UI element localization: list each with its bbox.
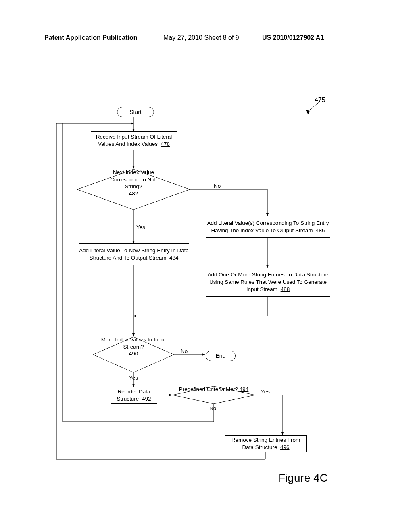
process-484: Add Literal Value To New String Entry In… <box>79 243 189 265</box>
decision-490-ref: 490 <box>129 351 138 357</box>
process-478-ref: 478 <box>161 141 170 147</box>
decision-494-ref: 494 <box>240 386 249 392</box>
edge-494-no: No <box>209 405 216 411</box>
process-496-text: Remove String Entries From Data Structur… <box>232 437 300 450</box>
process-478: Receive Input Stream Of Literal Values A… <box>91 131 177 150</box>
start-terminal: Start <box>117 107 154 117</box>
edge-490-yes: Yes <box>129 375 138 381</box>
decision-494: Predefined Criteria Met? 494 <box>173 386 255 393</box>
process-486-ref: 486 <box>316 227 325 233</box>
process-486-text: Add Literal Value(s) Corresponding To St… <box>207 220 329 233</box>
decision-490-text: More Index Values In Input Stream? <box>101 337 166 350</box>
process-496-ref: 496 <box>280 444 290 450</box>
header-publication: Patent Application Publication <box>44 34 138 42</box>
process-488-text: Add One Or More String Entries To Data S… <box>208 272 329 292</box>
flowchart-lines <box>0 0 413 532</box>
header-date-sheet: May 27, 2010 Sheet 8 of 9 <box>163 34 239 42</box>
edge-482-no: No <box>214 183 221 189</box>
figure-reference-number: 475 <box>315 96 325 104</box>
decision-490: More Index Values In Input Stream? 490 <box>97 336 170 357</box>
end-terminal: End <box>206 351 236 361</box>
edge-490-no: No <box>181 348 188 354</box>
process-492-ref: 492 <box>142 396 151 402</box>
process-492: Reorder Data Structure 492 <box>111 387 157 404</box>
edge-482-yes: Yes <box>136 224 145 230</box>
header-pubnumber: US 2010/0127902 A1 <box>262 34 324 42</box>
patent-figure-page: Patent Application Publication May 27, 2… <box>0 0 413 532</box>
decision-482-text: Next Index Value Correspond To Null Stri… <box>110 169 156 189</box>
process-486: Add Literal Value(s) Corresponding To St… <box>206 216 330 238</box>
figure-label: Figure 4C <box>278 472 328 484</box>
process-496: Remove String Entries From Data Structur… <box>225 435 307 452</box>
process-488-ref: 488 <box>281 286 290 292</box>
decision-494-text: Predefined Criteria Met? <box>179 386 238 392</box>
decision-482-ref: 482 <box>129 191 138 197</box>
edge-494-yes: Yes <box>261 389 270 395</box>
process-484-ref: 484 <box>169 255 179 261</box>
process-488: Add One Or More String Entries To Data S… <box>206 268 330 297</box>
decision-482: Next Index Value Correspond To Null Stri… <box>101 169 166 197</box>
